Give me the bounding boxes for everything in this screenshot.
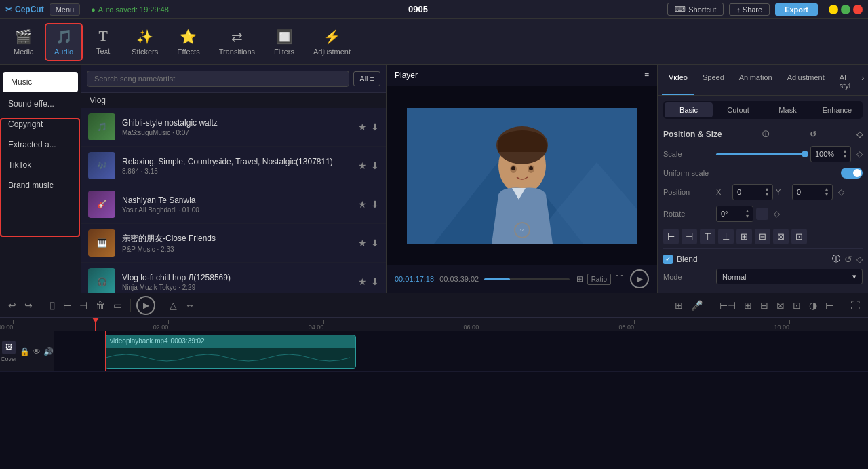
toolbar-stickers[interactable]: ✨ Stickers: [123, 24, 166, 60]
blend-mode-select[interactable]: Normal ▾: [716, 269, 863, 284]
favorite-button[interactable]: ★: [358, 238, 367, 248]
favorite-button[interactable]: ★: [358, 121, 367, 132]
tab-video[interactable]: Video: [662, 69, 694, 95]
tl-ctrl1[interactable]: ⊢⊣: [717, 297, 738, 314]
align-right-btn[interactable]: ⊤: [700, 229, 715, 244]
close-button[interactable]: [853, 5, 863, 14]
tab-ai-style[interactable]: AI styl: [833, 69, 858, 95]
player-circle-control[interactable]: ○: [514, 222, 530, 238]
tabs-more[interactable]: ›: [859, 69, 867, 95]
align-top-btn[interactable]: ⊥: [718, 229, 734, 244]
delete-button[interactable]: 🗑: [93, 297, 108, 314]
rotate-keyframe-btn[interactable]: ◇: [774, 209, 780, 219]
favorite-button[interactable]: ★: [358, 160, 367, 171]
scale-keyframe-btn[interactable]: ◇: [856, 149, 863, 159]
favorite-button[interactable]: ★: [358, 199, 367, 210]
toolbar-transitions[interactable]: ⇄ Transitions: [211, 24, 263, 60]
download-button[interactable]: ⬇: [371, 276, 379, 287]
category-music[interactable]: Music: [3, 72, 78, 92]
maximize-button[interactable]: [841, 5, 850, 14]
list-item[interactable]: 🎹 亲密的朋友-Close Friends P&P Music · 2:33 ★…: [81, 224, 386, 263]
keyframe-position-btn[interactable]: ◇: [856, 130, 863, 139]
menu-button[interactable]: Menu: [50, 3, 81, 16]
search-input[interactable]: [87, 71, 349, 87]
scale-slider[interactable]: [716, 153, 805, 155]
x-down-btn[interactable]: ▾: [766, 192, 768, 198]
tl-ctrl6[interactable]: ◑: [806, 297, 820, 314]
align-left-btn[interactable]: ⊢: [663, 229, 679, 244]
rotate-down-btn[interactable]: ▾: [746, 214, 749, 219]
grid-view-button[interactable]: ⊞: [575, 273, 585, 285]
timeline-extra1[interactable]: △: [167, 297, 180, 314]
rotate-minus-btn[interactable]: −: [756, 208, 768, 220]
tab-adjustment[interactable]: Adjustment: [781, 69, 831, 95]
reset-position-btn[interactable]: ↺: [810, 130, 816, 139]
split-button[interactable]: ⌷: [47, 297, 58, 314]
btab-mask[interactable]: Mask: [764, 102, 812, 117]
toolbar-media[interactable]: 🎬 Media: [5, 24, 42, 60]
list-item[interactable]: 🎧 Vlog lo-fi chill hop Л(1258569) Ninja …: [81, 263, 386, 293]
trim-start-btn[interactable]: ⊢: [60, 297, 74, 314]
minimize-button[interactable]: [829, 5, 838, 14]
undo-button[interactable]: ↩: [5, 297, 19, 314]
export-button[interactable]: Export: [775, 3, 818, 16]
download-button[interactable]: ⬇: [371, 199, 379, 210]
toolbar-effects[interactable]: ⭐ Effects: [169, 24, 208, 60]
redo-button[interactable]: ↪: [22, 297, 35, 314]
download-button[interactable]: ⬇: [371, 121, 379, 132]
tl-ctrl7[interactable]: ⊢: [823, 297, 836, 314]
favorite-button[interactable]: ★: [358, 276, 367, 287]
blend-checkbox[interactable]: ✓: [663, 255, 673, 264]
btab-cutout[interactable]: Cutout: [714, 102, 762, 117]
trim-end-btn[interactable]: ⊣: [77, 297, 90, 314]
category-brand-music[interactable]: Brand music: [0, 175, 81, 195]
video-clip[interactable]: videoplayback.mp4 0003:39:02: [105, 335, 356, 369]
category-copyright[interactable]: Copyright: [0, 114, 81, 134]
uniform-scale-toggle[interactable]: [841, 168, 863, 179]
timeline-play-btn[interactable]: ▶: [136, 296, 155, 315]
list-item[interactable]: 🎸 Nashiyan Te Sanwla Yasir Ali Baghdadi …: [81, 185, 386, 224]
toolbar-filters[interactable]: 🔲 Filters: [266, 24, 302, 60]
tl-ctrl4[interactable]: ⊠: [774, 297, 787, 314]
track-lock-btn[interactable]: 🔒: [20, 347, 30, 356]
list-item[interactable]: 🎶 Relaxing, Simple, Countryside, Travel,…: [81, 147, 386, 185]
all-filter-button[interactable]: All ≡: [353, 71, 380, 86]
tab-animation[interactable]: Animation: [732, 69, 779, 95]
fullscreen-button[interactable]: ⛶: [614, 273, 625, 285]
download-button[interactable]: ⬇: [371, 160, 379, 171]
btab-basic[interactable]: Basic: [665, 102, 713, 117]
blend-reset-btn[interactable]: ↺: [844, 254, 852, 265]
share-button[interactable]: ↑ Share: [729, 3, 770, 16]
y-down-btn[interactable]: ▾: [825, 192, 828, 198]
btab-enhance[interactable]: Enhance: [813, 102, 861, 117]
align-extra2-btn[interactable]: ⊡: [791, 229, 807, 244]
zoom-fit-btn[interactable]: ⛶: [848, 297, 863, 314]
shortcut-button[interactable]: ⌨ Shortcut: [667, 3, 724, 16]
tab-speed[interactable]: Speed: [696, 69, 731, 95]
align-bottom-btn[interactable]: ⊟: [755, 229, 770, 244]
tl-ctrl5[interactable]: ⊡: [790, 297, 804, 314]
list-item[interactable]: 🎵 Ghibli-style nostalgic waltz MaS:suguM…: [81, 108, 386, 147]
player-menu-icon[interactable]: ≡: [644, 71, 649, 80]
align-center-v-btn[interactable]: ⊞: [736, 229, 752, 244]
toolbar-audio[interactable]: 🎵 Audio: [45, 23, 83, 61]
tl-ctrl2[interactable]: ⊞: [741, 297, 755, 314]
download-button[interactable]: ⬇: [371, 238, 379, 248]
scale-value-input[interactable]: 100% ▴ ▾: [810, 146, 851, 162]
align-extra1-btn[interactable]: ⊠: [773, 229, 789, 244]
align-center-h-btn[interactable]: ⊣: [682, 229, 697, 244]
category-sound-effects[interactable]: Sound effe...: [0, 94, 81, 114]
scale-down-btn[interactable]: ▾: [844, 154, 846, 160]
category-tiktok[interactable]: TikTok: [0, 155, 81, 175]
position-y-input[interactable]: 0 ▴ ▾: [792, 184, 833, 200]
track-speaker-btn[interactable]: 🔊: [43, 347, 54, 356]
position-keyframe-btn[interactable]: ◇: [838, 187, 844, 197]
rotate-value-input[interactable]: 0° ▴ ▾: [716, 206, 753, 222]
timeline-extra2[interactable]: ↔: [182, 297, 197, 314]
progress-bar-area[interactable]: [484, 278, 569, 280]
cover-button[interactable]: 🖼 Cover: [1, 341, 17, 362]
category-extracted[interactable]: Extracted a...: [0, 134, 81, 155]
position-x-input[interactable]: 0 ▴ ▾: [732, 184, 773, 200]
tl-ctrl3[interactable]: ⊟: [757, 297, 771, 314]
play-button[interactable]: ▶: [630, 269, 649, 288]
